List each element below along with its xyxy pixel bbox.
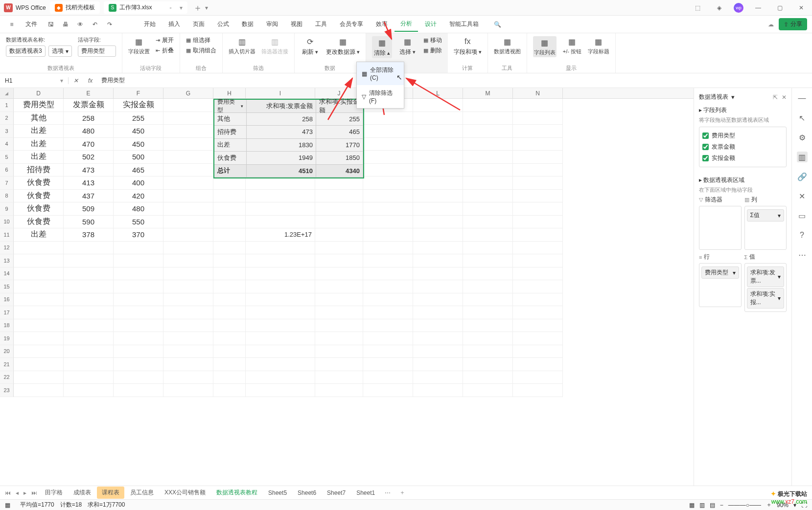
link-icon[interactable]: 🔗	[797, 171, 808, 182]
area-chip[interactable]: 求和项:实报...▾	[747, 288, 785, 309]
cell[interactable]	[246, 358, 315, 371]
cell[interactable]	[213, 345, 246, 358]
last-sheet-icon[interactable]: ⏭	[29, 489, 39, 496]
cell[interactable]	[14, 371, 64, 384]
cell[interactable]	[163, 345, 213, 358]
cell[interactable]	[463, 306, 513, 319]
cell[interactable]	[64, 319, 114, 333]
cell[interactable]	[114, 319, 163, 333]
cell[interactable]	[513, 384, 563, 397]
row-area[interactable]: 费用类型▾	[699, 263, 742, 307]
area-chip[interactable]: Σ值▾	[747, 209, 785, 222]
cell[interactable]	[14, 345, 64, 358]
value-area[interactable]: 求和项:发票...▾ 求和项:实报...▾	[744, 263, 787, 312]
row-header[interactable]: 20	[0, 345, 14, 358]
cell[interactable]	[315, 332, 363, 345]
view-break-icon[interactable]: ▤	[710, 502, 715, 509]
share-button[interactable]: ⇪分享	[779, 18, 807, 30]
more-sheets-icon[interactable]: ⋯	[381, 489, 394, 496]
row-header[interactable]: 19	[0, 332, 14, 345]
cell[interactable]	[463, 345, 513, 358]
cell[interactable]	[163, 306, 213, 319]
cell[interactable]	[463, 293, 513, 307]
cell[interactable]	[64, 384, 114, 397]
cell[interactable]	[315, 358, 363, 371]
row-header[interactable]: 18	[0, 319, 14, 333]
field-checkbox[interactable]: 费用类型	[702, 130, 783, 141]
sheet-tab[interactable]: Sheet7	[322, 488, 350, 498]
cell[interactable]	[513, 319, 563, 333]
cell[interactable]	[463, 332, 513, 345]
sheet-tab-current[interactable]: 数据透视表教程	[211, 487, 262, 499]
cell[interactable]	[413, 332, 463, 345]
more-icon[interactable]: ⋯	[797, 249, 808, 260]
settings-icon[interactable]: ⚙	[797, 132, 808, 143]
cell[interactable]	[14, 332, 64, 345]
cell[interactable]	[246, 371, 315, 384]
cell[interactable]	[64, 345, 114, 358]
cell[interactable]	[163, 358, 213, 371]
book-icon[interactable]: ▭	[797, 210, 808, 221]
cloud-icon[interactable]: ☁	[768, 21, 774, 28]
cell[interactable]	[363, 345, 413, 358]
cell[interactable]	[114, 345, 163, 358]
cell[interactable]	[213, 358, 246, 371]
minimize-button[interactable]: —	[751, 4, 765, 11]
cube-icon[interactable]: ◈	[712, 4, 726, 11]
mode-icon[interactable]: ▦	[5, 502, 10, 509]
cell[interactable]	[114, 358, 163, 371]
cell[interactable]	[363, 371, 413, 384]
cell[interactable]	[14, 358, 64, 371]
cell[interactable]	[246, 319, 315, 333]
cell[interactable]	[64, 358, 114, 371]
cell[interactable]	[163, 293, 213, 307]
cell[interactable]	[463, 319, 513, 333]
cell[interactable]	[315, 306, 363, 319]
help-icon[interactable]: ?	[797, 230, 808, 241]
cell[interactable]	[413, 306, 463, 319]
cell[interactable]	[246, 293, 315, 307]
cell[interactable]	[463, 371, 513, 384]
prev-sheet-icon[interactable]: ◂	[14, 489, 21, 496]
cell[interactable]	[246, 306, 315, 319]
user-avatar[interactable]: wp	[734, 3, 743, 13]
cell[interactable]	[114, 371, 163, 384]
cell[interactable]	[64, 332, 114, 345]
column-area[interactable]: Σ值▾	[744, 206, 787, 250]
sheet-tab[interactable]: 员工信息	[125, 487, 159, 499]
filter-area[interactable]	[699, 206, 742, 250]
cell[interactable]	[463, 358, 513, 371]
sheet-tab[interactable]: Sheet5	[263, 488, 292, 498]
sheet-tab-active[interactable]: 课程表	[97, 487, 124, 499]
add-sheet-icon[interactable]: ＋	[395, 488, 409, 497]
row-header[interactable]: 17	[0, 306, 14, 319]
cell[interactable]	[114, 384, 163, 397]
panel-icon[interactable]: ▥	[797, 152, 808, 162]
view-normal-icon[interactable]: ▦	[689, 502, 695, 509]
cell[interactable]	[64, 293, 114, 307]
cell[interactable]	[246, 345, 315, 358]
field-checkbox[interactable]: 发票金额	[702, 141, 783, 153]
cell[interactable]	[315, 345, 363, 358]
sheet-tab[interactable]: 田字格	[40, 487, 68, 499]
cell[interactable]	[64, 306, 114, 319]
select-tool-icon[interactable]: ↖	[797, 112, 808, 123]
cell[interactable]	[513, 371, 563, 384]
cell[interactable]	[246, 384, 315, 397]
row-header[interactable]: 22	[0, 371, 14, 384]
area-chip[interactable]: 费用类型▾	[701, 266, 739, 279]
cell[interactable]	[413, 345, 463, 358]
cell[interactable]	[14, 384, 64, 397]
area-chip[interactable]: 求和项:发票...▾	[747, 266, 785, 287]
cell[interactable]	[213, 371, 246, 384]
row-header[interactable]: 23	[0, 384, 14, 397]
close-button[interactable]: ✕	[794, 4, 808, 11]
view-layout-icon[interactable]: ▥	[699, 502, 705, 509]
cell[interactable]	[413, 371, 463, 384]
cell[interactable]	[363, 293, 413, 307]
cell[interactable]	[163, 332, 213, 345]
cell[interactable]	[163, 384, 213, 397]
cell[interactable]	[513, 306, 563, 319]
row-header[interactable]: 21	[0, 358, 14, 371]
cell[interactable]	[413, 384, 463, 397]
